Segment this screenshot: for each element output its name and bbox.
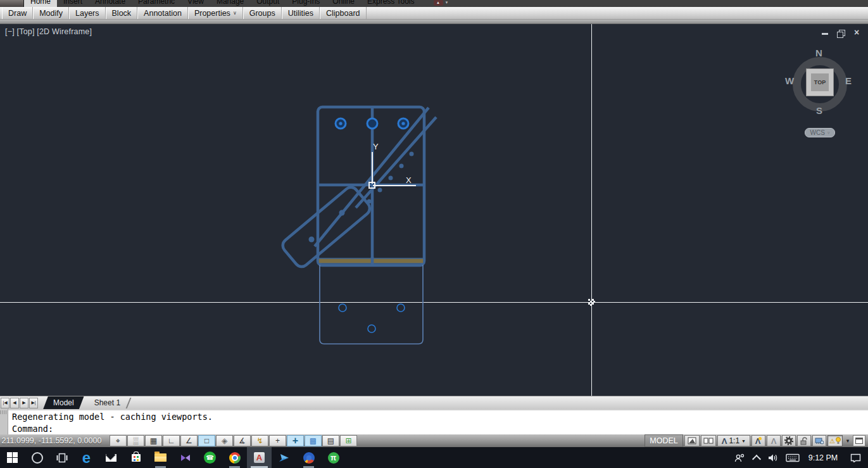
tab-sheet1[interactable]: Sheet 1 — [84, 396, 130, 410]
gear-icon — [784, 436, 793, 445]
status-toggle-object-snap-tracking[interactable]: ∡ — [234, 435, 251, 446]
status-toggle-object-snap[interactable]: □ — [198, 435, 215, 446]
command-text-area[interactable]: Regenerating model - caching viewports. … — [8, 409, 868, 434]
status-toggle-lineweight[interactable]: + — [269, 435, 286, 446]
quick-properties-icon: ▤ — [327, 436, 334, 445]
ribbon-tab-manage[interactable]: Manage — [210, 0, 250, 6]
tab-model[interactable]: Model — [43, 396, 84, 410]
volume-button[interactable] — [765, 447, 782, 468]
ucs-y-axis — [372, 152, 373, 184]
viewcube-south[interactable]: S — [816, 105, 822, 116]
ribbon-tab-home[interactable]: Home — [24, 0, 57, 7]
panel-draw[interactable]: Draw — [2, 7, 33, 19]
status-toggle-3d-object-snap[interactable]: ◈ — [216, 435, 233, 446]
wcs-menu-button[interactable]: WCS ▿ — [805, 128, 835, 137]
ribbon-tab-output[interactable]: Output — [250, 0, 286, 6]
viewcube-west[interactable]: W — [785, 75, 794, 86]
viewcube-east[interactable]: E — [845, 75, 852, 86]
windows-logo-icon — [7, 452, 18, 463]
panel-layers[interactable]: Layers — [69, 7, 106, 19]
command-window: Regenerating model - caching viewports. … — [0, 409, 868, 434]
ribbon-tab-online[interactable]: Online — [326, 0, 361, 6]
panel-annotation[interactable]: Annotation — [137, 7, 188, 19]
cortana-button[interactable] — [25, 447, 49, 468]
app-pi-button[interactable]: π — [321, 447, 346, 468]
status-toggle-selection-cycling[interactable]: ▩ — [305, 435, 322, 446]
whatsapp-button[interactable]: ☎ — [198, 447, 222, 468]
dynamic-input-icon: ↯ — [256, 436, 263, 445]
panel-modify[interactable]: Modify — [33, 7, 69, 19]
quick-view-layouts-button[interactable] — [684, 435, 700, 446]
workspace-switching-button[interactable] — [782, 435, 796, 446]
isolate-objects-button[interactable]: ⚠ — [827, 435, 843, 446]
quick-view-drawings-button[interactable] — [701, 435, 716, 446]
entity-bolt-circles — [336, 118, 408, 129]
ribbon-tab-insert[interactable]: Insert — [57, 0, 89, 6]
ribbon-tab-express-tools[interactable]: Express Tools — [361, 0, 420, 6]
file-explorer-button[interactable] — [148, 447, 173, 468]
status-toggle-annotation-monitor[interactable]: ⊞ — [340, 435, 357, 446]
viewcube-top-face[interactable]: TOP — [806, 68, 834, 96]
application-menu-button[interactable] — [0, 0, 24, 7]
action-center-icon — [850, 453, 861, 462]
first-layout-button[interactable]: |◀ — [1, 398, 9, 408]
panel-properties[interactable]: Properties ∨ — [188, 7, 243, 19]
ribbon-tab-plugins[interactable]: Plug-Ins — [286, 0, 326, 6]
panel-clipboard[interactable]: Clipboard — [320, 7, 367, 19]
start-button[interactable] — [0, 447, 25, 468]
status-toggle-transparency[interactable]: + — [287, 435, 304, 446]
status-overflow-button[interactable]: ▾ — [844, 435, 852, 446]
edge-button[interactable]: e — [74, 447, 99, 468]
task-view-icon — [56, 453, 68, 463]
ribbon-tab-annotate[interactable]: Annotate — [89, 0, 132, 6]
hardware-acceleration-button[interactable] — [812, 435, 826, 446]
next-layout-button[interactable]: ▶ — [20, 398, 28, 408]
panel-utilities[interactable]: Utilities — [282, 7, 320, 19]
ui-lock-button[interactable] — [797, 435, 811, 446]
annotation-visibility-button[interactable]: Λ — [752, 435, 765, 446]
ribbon-minimize-dropdown-icon[interactable]: ▼ — [445, 0, 449, 6]
annotation-monitor-icon: ⊞ — [345, 436, 351, 445]
status-toggle-ortho-mode[interactable]: ∟ — [163, 435, 180, 446]
ribbon-tab-parametric[interactable]: Parametric — [132, 0, 181, 6]
chrome-button[interactable] — [222, 447, 247, 468]
polar-tracking-icon: ∠ — [186, 436, 192, 445]
status-toggle-grid-display[interactable]: ▦ — [145, 435, 162, 446]
status-toggle-dynamic-input[interactable]: ↯ — [251, 435, 268, 446]
annotation-autoscale-button[interactable]: Λ — [767, 435, 781, 446]
panel-block[interactable]: Block — [106, 7, 138, 19]
tray-overflow-button[interactable] — [748, 447, 765, 468]
ribbon-tab-bar: Home Insert Annotate Parametric View Man… — [0, 0, 868, 7]
status-toggle-quick-properties[interactable]: ▤ — [322, 435, 339, 446]
status-toggle-infer-constraints[interactable]: ⌖ — [110, 435, 127, 446]
command-window-drag-handle[interactable] — [0, 409, 8, 434]
last-layout-button[interactable]: ▶| — [29, 398, 38, 408]
people-button[interactable] — [731, 447, 748, 468]
ucs-x-axis — [373, 185, 416, 186]
panel-groups[interactable]: Groups — [243, 7, 282, 19]
taskbar-clock[interactable]: 9:12 PM — [803, 453, 843, 462]
kmplayer-button[interactable] — [173, 447, 198, 468]
status-toggle-polar-tracking[interactable]: ∠ — [180, 435, 198, 446]
touch-keyboard-button[interactable] — [782, 447, 803, 468]
autocad-taskbar-button[interactable]: A — [247, 447, 272, 468]
drawing-area[interactable]: [−] [Top] [2D Wireframe] × — [0, 24, 868, 396]
task-view-button[interactable] — [49, 447, 74, 468]
ribbon-minimize-button[interactable]: ▲ — [434, 0, 443, 6]
model-space-button[interactable]: MODEL — [645, 434, 682, 447]
coordinates-readout[interactable]: 211.0999, -111.5592, 0.0000 — [0, 436, 103, 445]
command-prompt-line[interactable]: Command: — [12, 423, 864, 435]
previous-layout-button[interactable]: ◀ — [10, 398, 19, 408]
status-toggle-snap-mode[interactable]: ░ — [127, 435, 144, 446]
app-blue-icon — [279, 453, 289, 463]
clean-screen-button[interactable] — [853, 435, 865, 446]
viewcube-north[interactable]: N — [815, 47, 822, 58]
app-swirl-button[interactable] — [296, 447, 321, 468]
mail-button[interactable] — [99, 447, 123, 468]
store-button[interactable] — [123, 447, 148, 468]
ribbon-tab-view[interactable]: View — [181, 0, 210, 6]
annotation-scale-button[interactable]: Λ 1:1 ▼ — [717, 435, 750, 446]
ribbon-panel-bar: Draw Modify Layers Block Annotation Prop… — [0, 7, 868, 20]
action-center-button[interactable] — [843, 447, 868, 468]
app-blue-button[interactable] — [272, 447, 296, 468]
